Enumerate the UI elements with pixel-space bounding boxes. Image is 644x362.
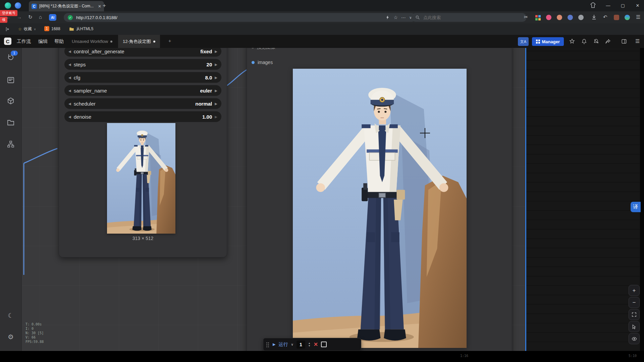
caret-up-icon[interactable]: ▲	[308, 342, 311, 344]
bookmark-star-icon[interactable]: ☆	[393, 15, 398, 20]
comfyui-logo-icon[interactable]: C	[4, 38, 11, 45]
extension-orange-icon[interactable]	[557, 15, 562, 20]
batch-count-input[interactable]: 1	[297, 341, 305, 349]
decrement-icon[interactable]: ◀	[68, 63, 71, 66]
star-icon[interactable]	[569, 39, 575, 44]
theme-moon-icon[interactable]: ☾	[6, 310, 16, 320]
login-badge[interactable]: 登录账号	[0, 10, 17, 16]
caret-down-icon[interactable]: ▼	[308, 345, 311, 347]
globe-icon[interactable]	[625, 15, 630, 20]
preview-image-node[interactable]: 预览图像 images	[247, 48, 512, 351]
bolt-icon[interactable]	[385, 15, 390, 20]
skin-icon[interactable]	[590, 2, 596, 9]
zoom-in-button[interactable]: +	[629, 285, 640, 296]
extensions-grid-icon[interactable]	[535, 15, 541, 20]
refresh-icon[interactable]: ↻	[28, 14, 33, 19]
browser-logo-icon[interactable]	[5, 2, 11, 9]
url-box[interactable]: ✓ http://127.0.0.1:8188/ ☆ ⋯ ∨	[64, 13, 416, 22]
menu-help[interactable]: 帮助	[51, 39, 67, 45]
menu-edit[interactable]: 编辑	[35, 39, 51, 45]
ksampler-node[interactable]: ◀ control_after_generate fixed ▶ ◀ steps…	[59, 48, 227, 257]
increment-icon[interactable]: ▶	[215, 102, 217, 106]
sidebar-toggle-icon[interactable]	[5, 26, 11, 32]
maximize-button[interactable]: ▢	[618, 3, 628, 8]
menu-workflow[interactable]: 工作流	[13, 39, 34, 45]
notification-bell-off-icon[interactable]	[593, 39, 599, 44]
notification-bell-icon[interactable]	[581, 39, 587, 44]
tab-close-icon[interactable]: ✕	[98, 4, 101, 8]
new-workflow-button[interactable]: +	[165, 38, 174, 44]
search-box[interactable]	[411, 13, 527, 22]
decrement-icon[interactable]: ◀	[68, 115, 71, 119]
images-input[interactable]: images	[252, 60, 273, 65]
fit-view-button[interactable]	[629, 309, 640, 320]
more-icon[interactable]: ⋯	[401, 15, 406, 20]
new-tab-button[interactable]: +	[103, 3, 106, 8]
url-text[interactable]: http://127.0.0.1:8188/	[76, 15, 382, 20]
right-panel[interactable]	[526, 48, 640, 351]
forward-icon[interactable]: →	[17, 14, 22, 19]
workflows-folder-button[interactable]	[6, 118, 16, 128]
login-badge-small[interactable]: 领	[0, 17, 7, 23]
generated-image[interactable]	[293, 69, 467, 348]
batch-count-stepper[interactable]: ▲ ▼	[308, 342, 311, 347]
panel-resize-handle[interactable]	[525, 48, 526, 351]
run-play-icon[interactable]: ▶	[273, 342, 275, 347]
widget-sampler-name[interactable]: ◀ sampler_name euler ▶	[64, 85, 221, 96]
widget-steps[interactable]: ◀ steps 20 ▶	[64, 59, 221, 70]
widget-cfg[interactable]: ◀ cfg 8.0 ▶	[64, 72, 221, 83]
translate-overlay-button[interactable]: 译	[631, 202, 641, 212]
panel-toggle-icon[interactable]	[621, 39, 627, 44]
decrement-icon[interactable]: ◀	[68, 89, 71, 93]
increment-icon[interactable]: ▶	[215, 76, 217, 79]
zoom-out-button[interactable]: −	[629, 297, 640, 308]
bookmark-favorites[interactable]: ☆ 收藏 ∨	[18, 26, 36, 32]
bookmark-1688[interactable]: 1 1688	[44, 26, 60, 31]
download-icon[interactable]	[591, 14, 597, 20]
close-button[interactable]: ✕	[633, 3, 643, 8]
workflow-tab-active[interactable]: 12-角色设定图	[118, 35, 160, 48]
settings-gear-icon[interactable]: ⚙	[6, 332, 16, 342]
browser-tab[interactable]: C [88%] *12-角色设定图 - Com... ✕	[29, 1, 104, 11]
home-icon[interactable]: ⌂	[39, 14, 42, 19]
workflows-history-button[interactable]: 1	[6, 52, 16, 62]
widget-scheduler[interactable]: ◀ scheduler normal ▶	[64, 98, 221, 109]
model-library-button[interactable]	[6, 96, 16, 106]
queue-terminal-button[interactable]	[6, 75, 16, 85]
search-input[interactable]	[423, 15, 501, 20]
decrement-icon[interactable]: ◀	[68, 50, 71, 53]
select-mode-button[interactable]	[629, 321, 640, 332]
widget-denoise[interactable]: ◀ denoise 1.00 ▶	[64, 111, 221, 122]
translate-button[interactable]: 文A	[518, 37, 529, 46]
node-library-button[interactable]	[6, 139, 16, 149]
site-security-icon[interactable]: ✓	[68, 15, 73, 20]
bookmark-from-html[interactable]: 从HTML5	[69, 26, 93, 32]
share-icon[interactable]	[605, 39, 611, 44]
history-undo-icon[interactable]: ↶	[603, 14, 607, 19]
extension-puzzle-icon[interactable]	[578, 15, 584, 20]
run-options-chevron-icon[interactable]: ∨	[291, 343, 293, 346]
extension-pink-icon[interactable]	[546, 15, 551, 20]
cancel-button[interactable]: ✕	[314, 341, 318, 348]
extension-blue-icon[interactable]	[568, 15, 573, 20]
minimize-button[interactable]: —	[603, 3, 613, 8]
collapse-dot-icon[interactable]	[252, 48, 254, 49]
workflow-tab-unsaved[interactable]: Unsaved Workflow	[67, 35, 117, 48]
browser-menu-icon[interactable]: ☰	[636, 14, 640, 19]
browser-account-icon[interactable]	[15, 2, 21, 9]
run-button[interactable]: 运行	[278, 342, 288, 348]
increment-icon[interactable]: ▶	[215, 115, 217, 119]
menubar-list-icon[interactable]: ☰	[635, 38, 640, 44]
drag-handle[interactable]	[266, 342, 270, 347]
decrement-icon[interactable]: ◀	[68, 102, 71, 106]
node-canvas[interactable]: ◀ control_after_generate fixed ▶ ◀ steps…	[0, 48, 644, 351]
decrement-icon[interactable]: ◀	[68, 76, 71, 79]
increment-icon[interactable]: ▶	[215, 89, 217, 93]
increment-icon[interactable]: ▶	[215, 63, 217, 66]
ai-assistant-icon[interactable]: AI	[49, 14, 56, 21]
increment-icon[interactable]: ▶	[215, 50, 217, 53]
toggle-visibility-button[interactable]	[629, 333, 640, 344]
manager-button[interactable]: Manager	[532, 37, 564, 46]
image-slot-icon[interactable]	[252, 61, 255, 64]
stop-button[interactable]	[321, 342, 327, 347]
